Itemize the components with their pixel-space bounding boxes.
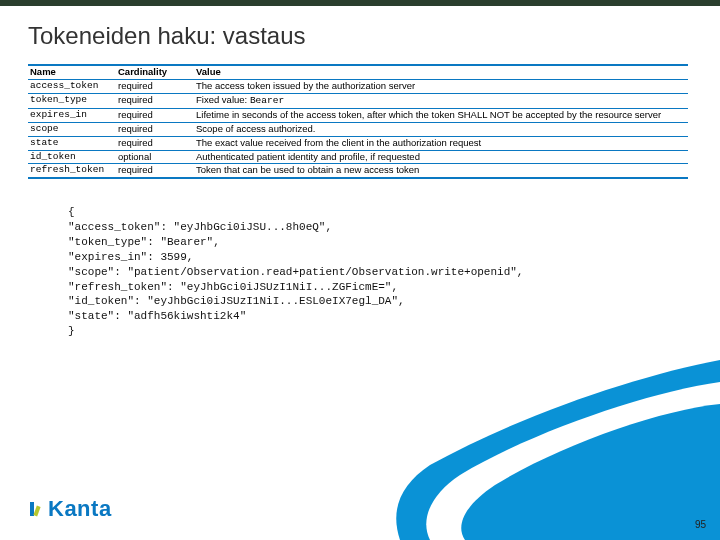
page-title: Tokeneiden haku: vastaus xyxy=(28,22,720,50)
svg-rect-1 xyxy=(33,506,40,517)
cell-value: Token that can be used to obtain a new a… xyxy=(194,164,688,178)
cell-cardinality: required xyxy=(116,136,194,150)
table-header-row: Name Cardinality Value xyxy=(28,65,688,79)
table-row: scoperequiredScope of access authorized. xyxy=(28,122,688,136)
logo-text: Kanta xyxy=(48,496,112,522)
cell-name: token_type xyxy=(28,93,116,108)
kanta-logo: Kanta xyxy=(28,496,112,522)
logo-mark-icon xyxy=(28,500,46,518)
header-name: Name xyxy=(28,65,116,79)
cell-cardinality: required xyxy=(116,164,194,178)
cell-cardinality: optional xyxy=(116,150,194,164)
header-value: Value xyxy=(194,65,688,79)
cell-name: scope xyxy=(28,122,116,136)
table-row: id_tokenoptionalAuthenticated patient id… xyxy=(28,150,688,164)
cell-value: Authenticated patient identity and profi… xyxy=(194,150,688,164)
response-fields-table: Name Cardinality Value access_tokenrequi… xyxy=(28,64,688,179)
cell-name: state xyxy=(28,136,116,150)
header-cardinality: Cardinality xyxy=(116,65,194,79)
cell-value: Lifetime in seconds of the access token,… xyxy=(194,108,688,122)
table-row: refresh_tokenrequiredToken that can be u… xyxy=(28,164,688,178)
cell-value: Fixed value: Bearer xyxy=(194,93,688,108)
cell-cardinality: required xyxy=(116,93,194,108)
cell-value: The exact value received from the client… xyxy=(194,136,688,150)
page-number: 95 xyxy=(695,519,706,530)
cell-cardinality: required xyxy=(116,108,194,122)
decorative-swoosh xyxy=(360,360,720,540)
cell-name: id_token xyxy=(28,150,116,164)
top-bar xyxy=(0,0,720,6)
cell-name: access_token xyxy=(28,79,116,93)
cell-name: expires_in xyxy=(28,108,116,122)
cell-cardinality: required xyxy=(116,79,194,93)
cell-value: The access token issued by the authoriza… xyxy=(194,79,688,93)
svg-rect-0 xyxy=(30,502,34,516)
table-row: expires_inrequiredLifetime in seconds of… xyxy=(28,108,688,122)
table-row: staterequiredThe exact value received fr… xyxy=(28,136,688,150)
json-example: { "access_token": "eyJhbGci0iJSU...8h0eQ… xyxy=(68,205,720,339)
cell-value: Scope of access authorized. xyxy=(194,122,688,136)
cell-name: refresh_token xyxy=(28,164,116,178)
cell-cardinality: required xyxy=(116,122,194,136)
table-row: access_tokenrequiredThe access token iss… xyxy=(28,79,688,93)
table-row: token_typerequiredFixed value: Bearer xyxy=(28,93,688,108)
